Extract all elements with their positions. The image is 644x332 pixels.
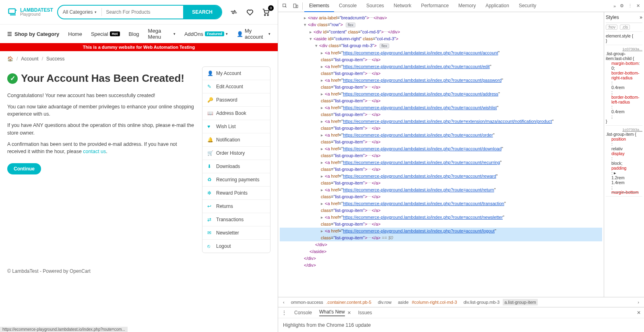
crumb-nav-right-icon[interactable]: › [636, 299, 641, 305]
cart-icon[interactable]: 0 [262, 8, 270, 17]
browser-status-bar: https://ecommerce-playground.lambdatest.… [0, 327, 128, 332]
sidebar-item[interactable]: 🔑Password [202, 93, 270, 107]
sidebar-column: 👤My Account✎Edit Account🔑Password📖Addres… [202, 66, 270, 253]
svg-rect-5 [296, 5, 298, 7]
sidebar-item[interactable]: ⇄Transactions [202, 213, 270, 226]
devtools-tab[interactable]: Performance [416, 0, 454, 12]
footer: © LambdaTest - Powered by OpenCart [0, 261, 278, 281]
para: A confirmation has been sent to the prov… [7, 141, 194, 155]
header-icons: 0 [229, 8, 270, 17]
notice-bar: This is a dummy website for Web Automati… [0, 43, 278, 51]
search-bar: All Categories▾ SEARCH [57, 5, 222, 19]
nav-item[interactable]: Home [68, 28, 82, 40]
devtools-tab[interactable]: Application [481, 0, 514, 12]
topbar: LAMBDATESTPlayground All Categories▾ SEA… [0, 0, 278, 24]
cart-icon: 🛒 [207, 150, 213, 156]
para: Congratulations! Your new account has be… [7, 92, 194, 99]
drawer-tab-issues[interactable]: Issues [358, 310, 372, 315]
main-column: ✓Your Account Has Been Created! Congratu… [7, 66, 194, 253]
edit-icon: ✎ [207, 84, 213, 89]
continue-button[interactable]: Continue [7, 163, 41, 174]
devtools-tab[interactable]: Elements [304, 0, 334, 12]
page-content: ✓Your Account Has Been Created! Congratu… [0, 66, 278, 261]
nav-item[interactable]: Mega Menu▾ [148, 28, 175, 40]
bell-icon: 🔔 [207, 137, 213, 143]
nav-item[interactable]: 👤My account▾ [237, 28, 270, 40]
sidebar-item[interactable]: ✎Edit Account [202, 80, 270, 93]
device-icon[interactable] [290, 1, 301, 11]
kebab-icon[interactable]: ⋮ [628, 3, 632, 8]
sidebar-item[interactable]: ♻Recurring payments [202, 173, 270, 187]
gift-icon: ✻ [207, 190, 213, 196]
drawer-content: Highlights from the Chrome 116 update [278, 318, 644, 332]
key-icon: 🔑 [207, 97, 213, 103]
styles-pane[interactable]: Styles» :hov.cls element.style { } 1c073… [604, 12, 644, 297]
user-icon: 👤 [207, 71, 213, 76]
para: You can now take advantage of member pri… [7, 103, 194, 118]
sidebar-item[interactable]: 👤My Account [202, 67, 270, 80]
cls-toggle[interactable]: .cls [620, 25, 630, 30]
download-icon: ⬇ [207, 164, 213, 169]
drawer-tab-whatsnew[interactable]: What's New [319, 309, 345, 316]
crumb-nav-left-icon[interactable]: ‹ [281, 299, 286, 305]
page-title: ✓Your Account Has Been Created! [7, 72, 194, 85]
devtools-drawer: ⋮ Console What's New ✕ Issues ✕ Highligh… [278, 307, 644, 332]
sidebar-item[interactable]: ✻Reward Points [202, 187, 270, 200]
hov-toggle[interactable]: :hov [606, 25, 617, 30]
sidebar-item[interactable]: ⎋Logout [202, 240, 270, 253]
more-tabs-icon[interactable]: » [609, 1, 620, 11]
sidebar-item[interactable]: ✉Newsletter [202, 226, 270, 240]
nav-item[interactable]: Blog [129, 28, 139, 40]
elements-breadcrumb[interactable]: ‹ ommon-success.container.content.pb-5 d… [278, 297, 644, 307]
sidebar-item[interactable]: 🔔Notification [202, 133, 270, 147]
rule-selector: element.style { [606, 33, 642, 38]
transaction-icon: ⇄ [207, 217, 213, 222]
account-list-group: 👤My Account✎Edit Account🔑Password📖Addres… [202, 66, 270, 253]
close-devtools-icon[interactable]: ✕ [636, 3, 640, 8]
search-input[interactable] [101, 8, 183, 16]
refresh-icon: ♻ [207, 177, 213, 183]
heart-icon: ♥ [207, 124, 213, 129]
devtools-tab[interactable]: Network [389, 0, 416, 12]
wishlist-icon[interactable] [246, 8, 254, 17]
compare-icon[interactable] [229, 8, 238, 17]
devtools-tab[interactable]: Memory [454, 0, 481, 12]
devtools-tab[interactable]: Security [514, 0, 541, 12]
check-icon: ✓ [7, 73, 18, 84]
sidebar-item[interactable]: 🛒Order History [202, 147, 270, 160]
more-styles-icon[interactable]: » [640, 15, 642, 20]
breadcrumb: 🏠 /Account /Success [0, 51, 278, 66]
para: If you have ANY questions about the oper… [7, 122, 194, 136]
devtools-tab[interactable]: Console [334, 0, 361, 12]
main-nav: ☰ Shop by Category HomeSpecialHotBlogMeg… [0, 24, 278, 43]
cart-badge: 0 [268, 5, 274, 11]
shop-by-category[interactable]: ☰ Shop by Category [7, 31, 59, 37]
devtools-tab[interactable]: Sources [361, 0, 389, 12]
svg-rect-0 [9, 9, 15, 14]
close-tab-icon[interactable]: ✕ [347, 310, 351, 315]
website-panel: LAMBDATESTPlayground All Categories▾ SEA… [0, 0, 278, 332]
devtools-tabs: ElementsConsoleSourcesNetworkPerformance… [304, 0, 609, 12]
logo[interactable]: LAMBDATESTPlayground [7, 6, 53, 18]
search-button[interactable]: SEARCH [183, 6, 221, 19]
sidebar-item[interactable]: ↩Returns [202, 200, 270, 213]
sidebar-item[interactable]: ♥Wish List [202, 120, 270, 133]
drawer-tab-console[interactable]: Console [294, 310, 312, 315]
sidebar-item[interactable]: ⬇Downloads [202, 160, 270, 173]
contact-link[interactable]: contact us [83, 149, 106, 154]
settings-icon[interactable]: ⚙ [620, 3, 624, 8]
close-drawer-icon[interactable]: ✕ [637, 310, 641, 315]
crumb-account[interactable]: Account [21, 56, 38, 62]
home-icon[interactable]: 🏠 [7, 56, 13, 62]
nav-item[interactable]: SpecialHot [91, 28, 120, 40]
drawer-menu-icon[interactable]: ⋮ [281, 309, 287, 316]
category-dropdown[interactable]: All Categories▾ [58, 9, 102, 15]
nav-item[interactable]: AddOnsFeatured▾ [184, 28, 228, 40]
inspect-icon[interactable] [280, 1, 290, 11]
devtools-toolbar: ElementsConsoleSourcesNetworkPerformance… [278, 0, 644, 12]
elements-tree[interactable]: ▸<nav aria-label="breadcrumb">⋯</nav>▾<d… [278, 12, 604, 297]
svg-rect-4 [293, 4, 296, 7]
crumb-success: Success [46, 56, 64, 62]
sidebar-item[interactable]: 📖Address Book [202, 107, 270, 120]
svg-point-1 [264, 15, 266, 16]
